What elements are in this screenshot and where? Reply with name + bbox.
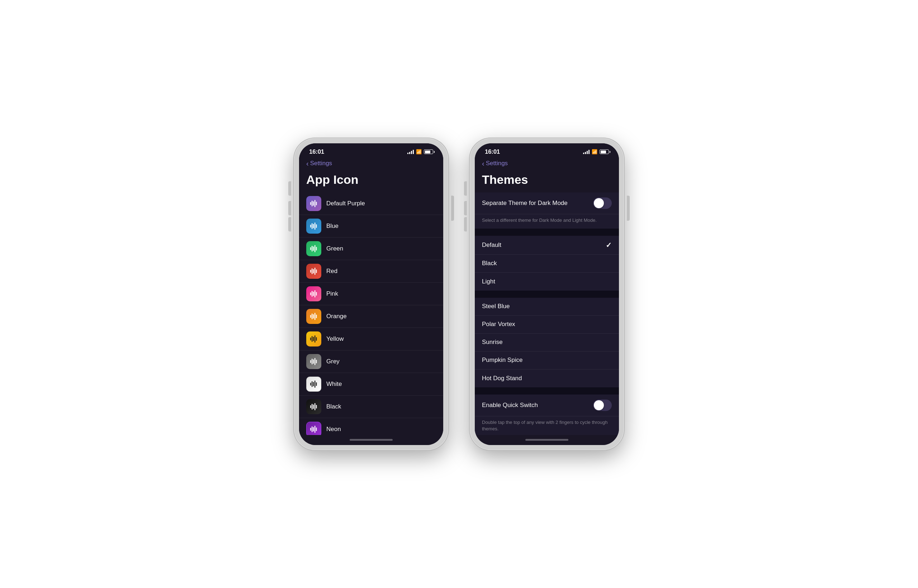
signal-icon-2 [583,150,589,154]
svg-rect-18 [314,268,316,275]
home-indicator-2 [475,435,619,445]
item-label-orange: Orange [326,313,436,320]
app-icon-orange [306,309,321,324]
list-item-neon[interactable]: Neon [299,418,443,435]
battery-icon-1 [424,149,433,154]
app-icon-default-purple [306,196,321,211]
section-gap [475,291,619,298]
phone-2: 16:01 📶 ‹ Settings [470,138,624,450]
signal-icon-1 [407,150,414,154]
wifi-icon-2: 📶 [592,149,597,154]
theme-item-pumpkin-spice[interactable]: Pumpkin Spice [475,352,619,370]
app-icon-grey [306,354,321,369]
svg-rect-35 [310,360,311,363]
svg-rect-12 [313,247,314,251]
svg-rect-45 [310,405,311,408]
toggle-row-dark-mode[interactable]: Separate Theme for Dark Mode [475,192,619,214]
screen-content-1: App Icon Default Purple Blue Green Red [299,170,443,435]
svg-rect-17 [313,269,314,273]
svg-rect-23 [314,290,316,297]
list-item-pink[interactable]: Pink [299,283,443,305]
list-item-red[interactable]: Red [299,260,443,283]
svg-rect-49 [316,405,317,409]
svg-rect-40 [310,383,311,386]
status-bar-1: 16:01 📶 [299,143,443,158]
svg-rect-8 [314,223,316,230]
svg-rect-29 [316,315,317,318]
item-label-green: Green [326,245,436,252]
theme-label: Steel Blue [482,303,612,310]
toggle-switch-quick-switch[interactable] [593,399,612,411]
item-label-black: Black [326,403,436,410]
item-label-white: White [326,381,436,388]
svg-rect-10 [310,247,311,250]
section-gap [475,229,619,236]
svg-rect-42 [313,382,314,386]
svg-rect-50 [310,428,311,431]
back-button-1[interactable]: ‹ Settings [306,160,436,167]
svg-rect-19 [316,270,317,273]
item-label-yellow: Yellow [326,335,436,342]
svg-rect-44 [316,382,317,386]
back-chevron-icon-2: ‹ [482,160,484,167]
themes-list[interactable]: Separate Theme for Dark ModeSelect a dif… [475,192,619,435]
list-item-yellow[interactable]: Yellow [299,328,443,351]
back-button-2[interactable]: ‹ Settings [482,160,612,167]
item-label-red: Red [326,268,436,275]
app-icon-black [306,399,321,414]
toggle-desc-quick-switch: Double tap the top of any view with 2 fi… [475,416,619,435]
battery-icon-2 [599,149,609,154]
svg-rect-28 [314,313,316,320]
item-label-neon: Neon [326,426,436,433]
list-item-blue[interactable]: Blue [299,215,443,237]
svg-rect-24 [316,292,317,296]
status-icons-2: 📶 [583,149,609,154]
list-item-white[interactable]: White [299,373,443,396]
app-icon-blue [306,218,321,234]
svg-rect-51 [312,426,313,432]
svg-rect-48 [314,403,316,410]
theme-label: Light [482,278,612,285]
theme-item-polar-vortex[interactable]: Polar Vortex [475,316,619,334]
app-icon-list[interactable]: Default Purple Blue Green Red Pink Orang… [299,192,443,435]
item-label-blue: Blue [326,223,436,230]
theme-label: Default [482,242,606,249]
svg-rect-52 [313,427,314,431]
theme-item-sunrise[interactable]: Sunrise [475,334,619,352]
svg-rect-46 [312,404,313,410]
theme-item-steel-blue[interactable]: Steel Blue [475,298,619,316]
home-indicator-1 [299,435,443,445]
list-item-grey[interactable]: Grey [299,351,443,373]
svg-rect-54 [316,428,317,431]
checkmark-icon: ✓ [606,241,612,249]
app-icon-neon [306,422,321,435]
list-item-orange[interactable]: Orange [299,305,443,328]
svg-rect-0 [310,202,311,205]
svg-rect-9 [316,224,317,228]
theme-item-default[interactable]: Default✓ [475,236,619,255]
list-item-green[interactable]: Green [299,237,443,260]
svg-rect-53 [314,426,316,433]
svg-rect-38 [314,358,316,365]
list-item-default-purple[interactable]: Default Purple [299,192,443,215]
themes-section-1: Default✓BlackLight [475,236,619,291]
status-icons-1: 📶 [407,149,433,154]
home-bar-2 [525,439,568,441]
theme-label: Hot Dog Stand [482,375,612,382]
theme-item-light[interactable]: Light [475,273,619,291]
svg-rect-36 [312,359,313,364]
toggle-switch-dark-mode[interactable] [593,197,612,209]
theme-item-black[interactable]: Black [475,255,619,273]
back-label-2: Settings [486,160,508,167]
app-icon-white [306,376,321,392]
list-item-black[interactable]: Black [299,396,443,418]
phone-1-screen: 16:01 📶 ‹ Settings [299,143,443,445]
phone-wrapper: 16:01 📶 ‹ Settings [294,138,624,450]
svg-rect-37 [313,359,314,364]
svg-rect-15 [310,270,311,273]
screen-content-2: Themes Separate Theme for Dark ModeSelec… [475,170,619,435]
status-bar-2: 16:01 📶 [475,143,619,158]
theme-item-hot-dog-stand[interactable]: Hot Dog Stand [475,370,619,387]
toggle-section-2: Enable Quick SwitchDouble tap the top of… [475,394,619,435]
toggle-row-quick-switch[interactable]: Enable Quick Switch [475,394,619,416]
